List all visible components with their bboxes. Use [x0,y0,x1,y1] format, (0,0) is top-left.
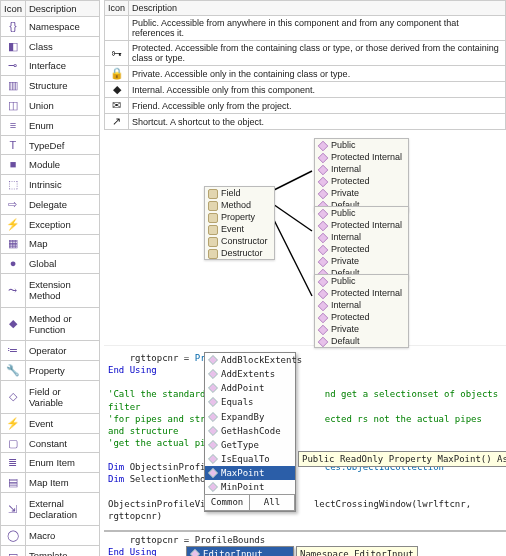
intellisense-item[interactable]: GetType [205,438,295,452]
access-diagram: FieldMethodPropertyEventConstructorDestr… [104,136,506,346]
diagram-item: Protected [315,243,408,255]
diagram-item: Protected [315,175,408,187]
legend-icon: ⊸ [1,56,26,76]
legend-row: {}Namespace [1,17,100,37]
signal-row: Public. Accessible from anywhere in this… [105,16,506,41]
diagram-item: Destructor [205,247,274,259]
signal-desc: Internal. Accessible only from this comp… [129,82,506,98]
legend-icon: ⬚ [1,175,26,195]
signal-icon: ↗ [105,114,129,130]
legend-label: Operator [25,340,99,360]
intellisense-tab[interactable]: Common [204,494,250,510]
diagram-item: Protected Internal [315,219,408,231]
legend-row: ◆Method or Function [1,307,100,340]
svg-line-0 [270,171,312,192]
signal-desc: Protected. Accessible from the containin… [129,41,506,66]
signal-desc: Private. Accessible only in the containi… [129,66,506,82]
diagram-item: Field [205,187,274,199]
legend-icon: ▤ [1,473,26,493]
legend-icon: ◧ [1,36,26,56]
access-box-1: PublicProtected InternalInternalProtecte… [314,138,409,212]
legend-icon: ● [1,254,26,274]
legend-label: Template [25,546,99,556]
legend-label: Intrinsic [25,175,99,195]
legend-row: ▤Map Item [1,473,100,493]
legend-row: 🔧Property [1,360,100,380]
diagram-item: Default [315,335,408,347]
col-desc: Description [129,1,506,16]
signal-icon: 🗝 [105,41,129,66]
legend-row: ▦Map [1,234,100,254]
legend-label: Delegate [25,195,99,215]
intellisense-item[interactable]: ExpandBy [205,410,295,424]
intellisense-item[interactable]: Equals [205,395,295,409]
intellisense-item[interactable]: MaxPoint [205,466,295,480]
col-icon: Icon [105,1,129,16]
signal-row: ✉Friend. Accessible only from the projec… [105,98,506,114]
legend-label: Method or Function [25,307,99,340]
col-icon: Icon [1,1,26,17]
intellisense-tooltip-1: Public ReadOnly Property MaxPoint() As A… [298,451,506,467]
diagram-item: Protected Internal [315,287,408,299]
code-sample-2: rgttopcnr = ProfileBounds End Using Edit… [104,530,506,556]
legend-label: Exception [25,214,99,234]
intellisense-popup-2[interactable]: EditorInputEditorUserInteractionElevatio… [186,546,294,556]
intellisense-popup-1[interactable]: AddBlockExtentsAddExtentsAddPointEqualsE… [204,352,296,512]
intellisense-item[interactable]: IsEqualTo [205,452,295,466]
legend-label: Map [25,234,99,254]
keyword-end-using: End Using [108,547,157,556]
legend-row: ■Module [1,155,100,175]
intellisense-tooltip-2: Namespace EditorInput [296,546,418,556]
code-sample-1: rgttopcnr = ProfileBounds. End Using 'Ca… [104,350,506,524]
signal-icon: ✉ [105,98,129,114]
access-box-3: PublicProtected InternalInternalProtecte… [314,274,409,348]
signal-desc: Shortcut. A shortcut to the object. [129,114,506,130]
legend-icon: ⚡ [1,413,26,433]
legend-row: ◧Class [1,36,100,56]
intellisense-item[interactable]: MinPoint [205,480,295,494]
legend-label: Constant [25,433,99,453]
diagram-item: Private [315,255,408,267]
diagram-item: Public [315,139,408,151]
diagram-item: Internal [315,163,408,175]
legend-label: External Declaration [25,493,99,526]
intellisense-item[interactable]: AddPoint [205,381,295,395]
legend-row: ▭Template [1,546,100,556]
signal-icon: 🔒 [105,66,129,82]
legend-label: Namespace [25,17,99,37]
intellisense-item[interactable]: AddExtents [205,367,295,381]
diagram-item: Property [205,211,274,223]
legend-label: Event [25,413,99,433]
legend-label: Extension Method [25,274,99,307]
legend-icon: ▭ [1,546,26,556]
legend-row: ⇨Delegate [1,195,100,215]
diagram-item: Public [315,207,408,219]
legend-label: Global [25,254,99,274]
keyword-end-using: End Using [108,365,157,375]
legend-icon: ≣ [1,453,26,473]
signal-row: 🔒Private. Accessible only in the contain… [105,66,506,82]
icon-legend-table: Icon Description {}Namespace◧Class⊸Inter… [0,0,100,556]
legend-row: ●Global [1,254,100,274]
legend-icon: ▥ [1,76,26,96]
signal-desc: Friend. Accessible only from the project… [129,98,506,114]
legend-icon: ≔ [1,340,26,360]
legend-row: ⚡Exception [1,214,100,234]
legend-label: TypeDef [25,135,99,155]
legend-label: Property [25,360,99,380]
member-kind-box: FieldMethodPropertyEventConstructorDestr… [204,186,275,260]
intellisense-tab[interactable]: All [249,494,295,510]
diagram-item: Protected [315,311,408,323]
legend-icon: T [1,135,26,155]
intellisense-item[interactable]: AddBlockExtents [205,353,295,367]
intellisense-item[interactable]: EditorInput [187,547,293,556]
intellisense-item[interactable]: GetHashCode [205,424,295,438]
diagram-item: Event [205,223,274,235]
legend-icon: ▦ [1,234,26,254]
legend-row: ▢Constant [1,433,100,453]
legend-row: ◯Macro [1,526,100,546]
legend-label: Enum [25,115,99,135]
legend-label: Enum Item [25,453,99,473]
legend-icon: ◫ [1,96,26,116]
legend-label: Field or Variable [25,380,99,413]
